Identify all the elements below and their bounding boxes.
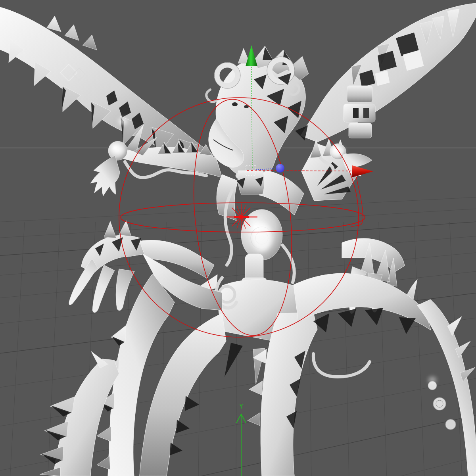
grid-line (0, 209, 476, 238)
move-z-sphere-icon[interactable] (276, 164, 284, 173)
claw-left-talons (69, 259, 134, 313)
grid-line (0, 221, 476, 256)
wireframe-creature-model[interactable] (0, 3, 476, 476)
world-y-axis-indicator: Y (236, 403, 246, 476)
grid-line (0, 236, 476, 276)
move-x-arrow-icon[interactable] (352, 165, 373, 177)
ring-overlap-arc (351, 177, 363, 227)
leg-rosette-1 (433, 397, 446, 410)
grid-line (10, 222, 25, 476)
grid-line (344, 222, 349, 476)
grid-line (308, 222, 311, 476)
viewport[interactable]: Y (0, 0, 476, 476)
model-right-arm-joint (344, 86, 375, 138)
leg-rosette-2 (445, 419, 456, 430)
grid-line (414, 222, 424, 476)
viewport-canvas[interactable]: Y (0, 0, 476, 476)
world-y-axis-label: Y (239, 403, 243, 410)
arm-left-claw (90, 155, 120, 196)
grid-line (0, 197, 476, 222)
move-y-arrow-icon[interactable] (246, 45, 257, 66)
eye-left (232, 102, 238, 106)
